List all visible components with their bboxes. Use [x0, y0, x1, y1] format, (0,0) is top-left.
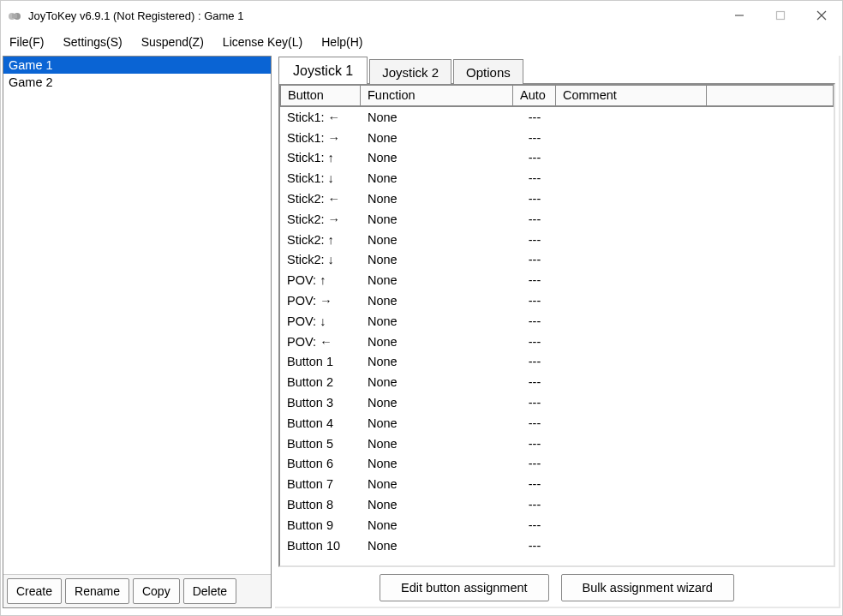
cell-auto: ---	[513, 212, 556, 226]
table-row[interactable]: Button 9None---	[280, 515, 834, 535]
table-row[interactable]: POV: ←None---	[280, 332, 834, 352]
col-comment[interactable]: Comment	[556, 85, 707, 106]
table-row[interactable]: Button 4None---	[280, 413, 834, 434]
table-row[interactable]: POV: ↓None---	[280, 311, 834, 332]
table-row[interactable]: Stick2: →None---	[280, 209, 834, 230]
cell-function: None	[361, 294, 513, 308]
table-row[interactable]: Button 7None---	[280, 474, 834, 494]
cell-auto: ---	[513, 151, 556, 164]
cell-button: Button 8	[280, 498, 361, 511]
cell-auto: ---	[513, 171, 556, 185]
table-row[interactable]: POV: →None---	[280, 290, 834, 311]
cell-button: Stick2: ↑	[280, 233, 361, 247]
cell-auto: ---	[513, 518, 556, 532]
menu-file[interactable]: File(F)	[6, 33, 47, 51]
table-header: Button Function Auto Comment	[280, 85, 834, 107]
edit-assignment-button[interactable]: Edit button assignment	[380, 574, 549, 601]
cell-function: None	[361, 111, 513, 124]
cell-button: POV: ↑	[280, 273, 361, 287]
menubar: File(F) Settings(S) Suspend(Z) License K…	[1, 30, 842, 54]
tab-joystick2[interactable]: Joystick 2	[369, 59, 451, 84]
profile-item[interactable]: Game 1	[3, 57, 271, 74]
table-row[interactable]: Button 6None---	[280, 454, 834, 475]
tab-options[interactable]: Options	[453, 59, 523, 84]
menu-license[interactable]: License Key(L)	[219, 33, 306, 51]
cell-auto: ---	[513, 131, 556, 145]
table-row[interactable]: Button 3None---	[280, 392, 834, 413]
cell-auto: ---	[513, 294, 556, 308]
cell-function: None	[361, 335, 513, 349]
cell-button: Stick1: →	[280, 131, 361, 145]
table-row[interactable]: Stick2: ←None---	[280, 188, 834, 209]
table-row[interactable]: Stick1: ←None---	[280, 107, 834, 128]
col-button[interactable]: Button	[280, 85, 361, 106]
col-extra[interactable]	[707, 85, 834, 106]
cell-button: Button 7	[280, 477, 361, 491]
cell-button: POV: →	[280, 294, 361, 308]
cell-auto: ---	[513, 335, 556, 349]
tabs: Joystick 1 Joystick 2 Options	[275, 56, 839, 83]
create-button[interactable]: Create	[7, 578, 62, 604]
cell-function: None	[361, 498, 513, 511]
copy-button[interactable]: Copy	[133, 578, 180, 604]
assignment-buttons: Edit button assignment Bulk assignment w…	[275, 567, 839, 607]
table-row[interactable]: Stick1: →None---	[280, 128, 834, 148]
cell-button: Button 6	[280, 457, 361, 470]
table-row[interactable]: Stick1: ↑None---	[280, 148, 834, 169]
cell-button: Button 1	[280, 355, 361, 368]
menu-suspend[interactable]: Suspend(Z)	[138, 33, 207, 51]
cell-function: None	[361, 375, 513, 389]
cell-function: None	[361, 437, 513, 451]
profile-list[interactable]: Game 1Game 2	[3, 57, 271, 574]
table-row[interactable]: POV: ↑None---	[280, 270, 834, 290]
delete-button[interactable]: Delete	[183, 578, 236, 604]
assignments-table: Button Function Auto Comment Stick1: ←No…	[278, 83, 835, 567]
table-row[interactable]: Stick2: ↑None---	[280, 230, 834, 250]
titlebar: JoyToKey v6.9.1 (Not Registered) : Game …	[1, 1, 842, 30]
table-row[interactable]: Stick1: ↓None---	[280, 168, 834, 188]
rename-button[interactable]: Rename	[65, 578, 129, 604]
close-button[interactable]	[801, 1, 842, 30]
cell-auto: ---	[513, 273, 556, 287]
menu-help[interactable]: Help(H)	[318, 33, 366, 51]
cell-function: None	[361, 253, 513, 266]
window-title: JoyToKey v6.9.1 (Not Registered) : Game …	[28, 9, 719, 22]
cell-function: None	[361, 518, 513, 532]
cell-function: None	[361, 539, 513, 553]
table-row[interactable]: Button 1None---	[280, 352, 834, 373]
col-auto[interactable]: Auto	[513, 85, 556, 106]
profile-panel: Game 1Game 2 Create Rename Copy Delete	[3, 56, 272, 608]
cell-button: Button 4	[280, 416, 361, 430]
table-row[interactable]: Button 5None---	[280, 434, 834, 454]
cell-button: Stick2: ↓	[280, 253, 361, 266]
cell-auto: ---	[513, 539, 556, 553]
col-function[interactable]: Function	[361, 85, 513, 106]
cell-auto: ---	[513, 233, 556, 247]
cell-function: None	[361, 212, 513, 226]
minimize-button[interactable]	[719, 1, 760, 30]
cell-button: Stick2: ←	[280, 192, 361, 206]
cell-auto: ---	[513, 253, 556, 266]
cell-auto: ---	[513, 416, 556, 430]
cell-function: None	[361, 457, 513, 470]
tab-joystick1[interactable]: Joystick 1	[278, 57, 368, 84]
maximize-button[interactable]	[760, 1, 801, 30]
window-controls	[719, 1, 842, 30]
menu-settings[interactable]: Settings(S)	[59, 33, 125, 51]
bulk-wizard-button[interactable]: Bulk assignment wizard	[561, 574, 734, 601]
profile-item[interactable]: Game 2	[3, 74, 271, 91]
table-row[interactable]: Button 8None---	[280, 494, 834, 515]
cell-auto: ---	[513, 192, 556, 206]
svg-rect-4	[777, 12, 785, 20]
table-row[interactable]: Button 2None---	[280, 372, 834, 392]
cell-function: None	[361, 273, 513, 287]
cell-auto: ---	[513, 498, 556, 511]
cell-function: None	[361, 171, 513, 185]
cell-button: Stick2: →	[280, 212, 361, 226]
table-row[interactable]: Button 10None---	[280, 535, 834, 556]
table-body[interactable]: Stick1: ←None---Stick1: →None---Stick1: …	[280, 107, 834, 565]
table-row[interactable]: Stick2: ↓None---	[280, 250, 834, 271]
cell-auto: ---	[513, 396, 556, 410]
cell-function: None	[361, 192, 513, 206]
cell-button: Stick1: ↑	[280, 151, 361, 164]
